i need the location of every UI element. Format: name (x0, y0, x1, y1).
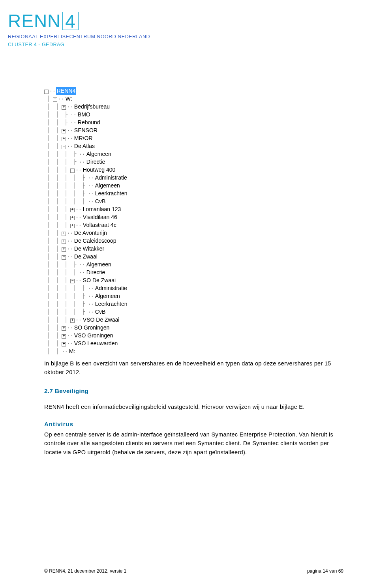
tree-node[interactable]: ││││├··Algemeen (44, 292, 128, 300)
tree-node[interactable]: ││+··SENSOR (44, 126, 128, 134)
tree-node[interactable]: ││││├··Administratie (44, 284, 128, 292)
tree-node-label[interactable]: MR\OR (73, 134, 94, 142)
tree-node[interactable]: │││├··Directie (44, 268, 128, 276)
expand-icon[interactable]: + (62, 342, 66, 346)
tree-leaf-icon: ├ (79, 197, 88, 205)
tree-node[interactable]: │││+··Vivaldilaan 46 (44, 213, 128, 221)
expand-icon[interactable]: + (62, 247, 66, 252)
tree-node-label[interactable]: Directie (86, 158, 106, 166)
tree-node-label[interactable]: Vivaldilaan 46 (82, 213, 118, 221)
tree-node-label[interactable]: De Caleidoscoop (73, 237, 117, 245)
tree-leaf-icon: ├ (79, 182, 88, 189)
paragraph: RENN4 heeft een informatiebeveiligingsbe… (44, 403, 340, 411)
tree-node-label[interactable]: Algemeen (94, 292, 121, 300)
tree-node[interactable]: ││││├··Leerkrachten (44, 189, 128, 197)
tree-node[interactable]: ││+··MR\OR (44, 134, 128, 142)
tree-leaf-icon: ├ (70, 158, 79, 166)
tree-node-label[interactable]: Algemeen (86, 260, 112, 268)
tree-node[interactable]: │││├··Algemeen (44, 150, 128, 158)
tree-leaf-icon: ├ (62, 118, 70, 126)
tree-node[interactable]: ││+··VSO Groningen (44, 331, 128, 339)
expand-icon[interactable]: + (70, 208, 75, 212)
tree-node[interactable]: │││├··Algemeen (44, 260, 128, 268)
tree-node-label[interactable]: Houtweg 400 (82, 166, 116, 174)
expand-icon[interactable]: + (70, 216, 75, 220)
tree-node[interactable]: ││+··De Witakker (44, 245, 128, 253)
tree-node-label[interactable]: RENN4 (56, 87, 76, 95)
tree-node-label[interactable]: SO Groningen (73, 324, 111, 331)
paragraph: Op een centrale server is de admin-inter… (44, 430, 340, 457)
tree-node-label[interactable]: Directie (86, 268, 106, 276)
sub-heading: Antivirus (44, 419, 340, 429)
expand-icon[interactable]: + (62, 240, 66, 244)
tree-node-label[interactable]: Administratie (94, 174, 128, 182)
tree-node-label[interactable]: Leerkrachten (94, 189, 128, 197)
expand-icon[interactable]: + (70, 224, 75, 228)
tree-node-label[interactable]: De Witakker (73, 245, 105, 253)
tree-node-label[interactable]: De Zwaai (73, 253, 98, 260)
tree-node[interactable]: │├··M: (44, 347, 128, 355)
collapse-icon[interactable]: − (44, 90, 49, 94)
paragraph: In bijlage B is een overzicht van server… (44, 359, 340, 377)
tree-node[interactable]: ││+··VSO Leeuwarden (44, 339, 128, 347)
tree-node-label[interactable]: VSO Leeuwarden (73, 339, 119, 347)
collapse-icon[interactable]: − (70, 169, 75, 173)
tree-node[interactable]: ││││├··Administratie (44, 174, 128, 182)
logo-subtitle-1: REGIONAAL EXPERTISECENTRUM NOORD NEDERLA… (8, 34, 150, 39)
tree-node-label[interactable]: Algemeen (86, 150, 112, 158)
tree-node-label[interactable]: CvB (94, 197, 106, 205)
tree-node-label[interactable]: VSO Groningen (73, 331, 114, 339)
tree-node-label[interactable]: Lomanlaan 123 (82, 205, 122, 213)
tree-node-label[interactable]: SO De Zwaai (82, 276, 116, 284)
tree-node[interactable]: │││+··VSO De Zwaai (44, 316, 128, 324)
tree-node-label[interactable]: Algemeen (94, 182, 121, 189)
tree-node[interactable]: ││││├··CvB (44, 308, 128, 316)
expand-icon[interactable]: + (62, 232, 66, 236)
tree-node[interactable]: ││+··SO Groningen (44, 324, 128, 331)
expand-icon[interactable]: + (70, 318, 75, 323)
tree-node-label[interactable]: SENSOR (73, 126, 98, 134)
tree-node-label[interactable]: W: (65, 95, 73, 103)
tree-node[interactable]: ││││├··Algemeen (44, 182, 128, 189)
tree-node-label[interactable]: Rebound (77, 118, 101, 126)
tree-node-label[interactable]: CvB (94, 308, 106, 316)
collapse-icon[interactable]: − (62, 145, 66, 149)
tree-node[interactable]: ││−··De Atlas (44, 142, 128, 150)
tree-node-label[interactable]: Leerkrachten (94, 300, 128, 308)
collapse-icon[interactable]: − (53, 97, 57, 102)
tree-node[interactable]: │−··W: (44, 95, 128, 103)
page-footer: © RENN4, 21 december 2012, versie 1 pagi… (44, 565, 343, 574)
tree-node[interactable]: │││+··Lomanlaan 123 (44, 205, 128, 213)
tree-node[interactable]: ││││├··CvB (44, 197, 128, 205)
expand-icon[interactable]: + (62, 326, 66, 331)
tree-node-label[interactable]: BMO (77, 110, 91, 118)
tree-leaf-icon: ├ (70, 260, 79, 268)
tree-leaf-icon: ├ (79, 174, 88, 182)
tree-node[interactable]: ││││├··Leerkrachten (44, 300, 128, 308)
expand-icon[interactable]: + (62, 129, 66, 133)
tree-node-label[interactable]: Bedrijfsbureau (73, 103, 111, 110)
tree-node[interactable]: ││+··De Avonturijn (44, 229, 128, 237)
tree-leaf-icon: ├ (79, 284, 88, 292)
tree-node[interactable]: │││+··Voltastraat 4c (44, 221, 128, 229)
tree-node[interactable]: │││−··SO De Zwaai (44, 276, 128, 284)
tree-node[interactable]: ││+··Bedrijfsbureau (44, 103, 128, 110)
collapse-icon[interactable]: − (70, 279, 75, 283)
expand-icon[interactable]: + (62, 334, 66, 339)
tree-node-label[interactable]: Administratie (94, 284, 128, 292)
tree-node[interactable]: ││├··BMO (44, 110, 128, 118)
tree-node-label[interactable]: VSO De Zwaai (82, 316, 120, 324)
expand-icon[interactable]: + (62, 137, 66, 141)
tree-node-label[interactable]: De Atlas (73, 142, 96, 150)
tree-node-label[interactable]: De Avonturijn (73, 229, 108, 237)
tree-node[interactable]: │││├··Directie (44, 158, 128, 166)
tree-node-label[interactable]: Voltastraat 4c (82, 221, 117, 229)
tree-node[interactable]: ││├··Rebound (44, 118, 128, 126)
collapse-icon[interactable]: − (62, 255, 66, 260)
tree-node[interactable]: −··RENN4 (44, 87, 128, 95)
tree-node[interactable]: ││+··De Caleidoscoop (44, 237, 128, 245)
expand-icon[interactable]: + (62, 105, 66, 110)
tree-node[interactable]: │││−··Houtweg 400 (44, 166, 128, 174)
tree-node-label[interactable]: M: (68, 347, 76, 355)
tree-node[interactable]: ││−··De Zwaai (44, 253, 128, 260)
